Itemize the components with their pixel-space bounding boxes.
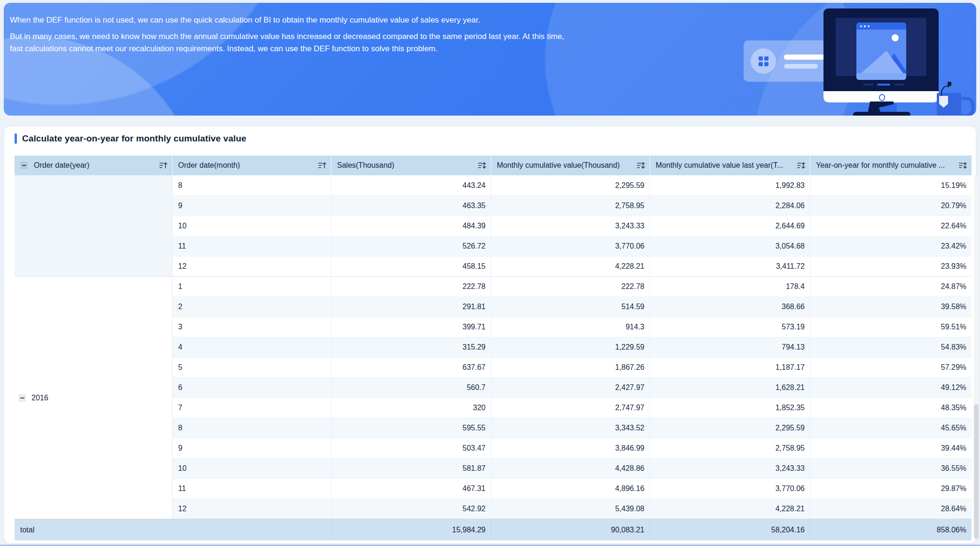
cell-last-year: 4,228.21	[650, 499, 810, 519]
sort-asc-icon[interactable]	[159, 162, 168, 169]
cell-cumulative: 4,428.86	[491, 459, 650, 478]
table-row: 10581.874,428.863,243.3336.55%	[172, 458, 972, 478]
cell-yoy: 23.42%	[810, 236, 972, 256]
cell-month: 11	[172, 479, 331, 499]
column-header-label: Sales(Thousand)	[337, 161, 475, 170]
teabag-graphic	[939, 96, 948, 108]
cell-sales: 484.39	[331, 216, 491, 236]
cell-cumulative: 4,896.16	[491, 479, 650, 499]
cell-cumulative: 4,228.21	[491, 257, 650, 276]
table-row: 11526.723,770.063,054.6823.42%	[172, 236, 972, 256]
webcam-icon	[879, 94, 885, 101]
cell-cumulative: 1,867.26	[491, 358, 650, 377]
cell-last-year: 3,054.68	[650, 236, 810, 256]
table-row: 10484.393,243.332,644.6922.64%	[172, 216, 972, 236]
cell-last-year: 178.4	[650, 277, 810, 296]
sort-both-icon[interactable]	[637, 162, 645, 169]
table-row: 2291.81514.59368.6639.58%	[172, 296, 972, 317]
sort-both-icon[interactable]	[959, 162, 967, 169]
cell-sales: 443.24	[331, 175, 491, 195]
collapse-all-button[interactable]	[20, 162, 28, 169]
table-body: 2016 8443.242,295.591,992.8315.19%9463.3…	[15, 175, 972, 519]
cell-cumulative: 3,846.99	[491, 438, 650, 458]
year-group-cell: 2016	[15, 276, 172, 519]
cell-month: 9	[172, 438, 331, 458]
cell-sales: 595.55	[331, 418, 491, 438]
table-row: 9463.352,758.952,284.0620.79%	[172, 195, 972, 216]
mountain-graphic	[856, 51, 906, 80]
cell-sales: 399.71	[331, 317, 491, 337]
cell-month: 10	[172, 459, 331, 478]
table-row: 11467.314,896.163,770.0629.87%	[172, 478, 972, 499]
table-header-row: Order date(year)Order date(month)Sales(T…	[15, 156, 972, 175]
data-table: Order date(year)Order date(month)Sales(T…	[15, 156, 972, 540]
cell-cumulative: 2,427.97	[491, 378, 650, 398]
cell-cumulative: 2,747.97	[491, 398, 650, 418]
table-row: 5637.671,867.261,187.1757.29%	[172, 357, 972, 377]
table-row: 12542.925,439.084,228.2128.64%	[172, 499, 972, 519]
year-label: 2016	[31, 394, 48, 402]
cell-cumulative: 514.59	[491, 297, 650, 317]
cell-last-year: 1,628.21	[650, 378, 810, 398]
cell-yoy: 28.64%	[810, 499, 972, 519]
cell-cumulative: 3,343.52	[491, 418, 650, 438]
cell-month: 4	[172, 337, 331, 357]
cell-last-year: 2,295.59	[650, 418, 810, 438]
cell-month: 8	[172, 418, 331, 438]
cell-month: 11	[172, 236, 331, 256]
total-sales: 15,984.29	[331, 519, 491, 540]
cell-sales: 222.78	[331, 277, 491, 296]
cell-month: 1	[172, 277, 331, 296]
cell-yoy: 59.51%	[810, 317, 972, 337]
cell-sales: 581.87	[331, 459, 491, 478]
cell-last-year: 1,187.17	[650, 358, 810, 377]
table-row: 73202,747.971,852.3548.35%	[172, 398, 972, 418]
column-header-4[interactable]: Monthly cumulative value(Thousand)	[491, 156, 650, 175]
vertical-scrollbar-thumb[interactable]	[974, 404, 979, 539]
cell-last-year: 1,992.83	[650, 175, 810, 195]
column-header-6[interactable]: Year-on-year for monthly cumulative ...	[810, 156, 972, 175]
column-header-3[interactable]: Sales(Thousand)	[331, 156, 491, 175]
cell-yoy: 15.19%	[810, 175, 972, 195]
cell-sales: 637.67	[331, 358, 491, 377]
cell-sales: 291.81	[331, 297, 491, 317]
banner-paragraph-2-line-2: fast calculations cannot meet our recalc…	[10, 43, 743, 55]
total-last-year: 58,204.16	[650, 519, 810, 540]
teabag-string-graphic	[938, 80, 954, 97]
cell-sales: 463.35	[331, 196, 491, 216]
text-bar-graphic	[784, 55, 828, 60]
banner-text: When the DEF function is not used, we ca…	[10, 14, 743, 55]
column-header-1[interactable]: Order date(year)	[15, 156, 172, 175]
column-header-label: Monthly cumulative value last year(T...	[656, 161, 794, 170]
mug-graphic	[937, 93, 961, 116]
cell-yoy: 29.87%	[810, 479, 972, 499]
cell-yoy: 54.83%	[810, 337, 972, 357]
monitor-wallpaper	[836, 18, 926, 76]
sort-both-icon[interactable]	[797, 162, 806, 169]
column-header-label: Order date(month)	[178, 161, 315, 170]
cell-yoy: 39.44%	[810, 438, 972, 458]
sort-asc-icon[interactable]	[318, 162, 327, 169]
cell-last-year: 2,644.69	[650, 216, 810, 236]
cell-sales: 467.31	[331, 479, 491, 499]
table-row: 1222.78222.78178.424.87%	[172, 276, 972, 296]
banner-paragraph-1: When the DEF function is not used, we ca…	[10, 14, 743, 26]
column-header-5[interactable]: Monthly cumulative value last year(T...	[650, 156, 810, 175]
collapse-year-button[interactable]	[18, 394, 26, 402]
column-header-label: Year-on-year for monthly cumulative ...	[816, 161, 956, 170]
grid-icon	[751, 48, 776, 74]
cell-yoy: 48.35%	[810, 398, 972, 418]
cell-yoy: 36.55%	[810, 459, 972, 478]
sort-both-icon[interactable]	[478, 162, 486, 169]
section-header: Calculate year-on-year for monthly cumul…	[15, 133, 246, 145]
column-header-2[interactable]: Order date(month)	[172, 156, 331, 175]
cell-cumulative: 3,770.06	[491, 236, 650, 256]
cell-month: 2	[172, 297, 331, 317]
cell-sales: 542.92	[331, 499, 491, 519]
cell-month: 5	[172, 358, 331, 377]
cell-last-year: 2,758.95	[650, 438, 810, 458]
text-bar-graphic	[784, 64, 818, 69]
monitor-graphic	[823, 8, 939, 102]
year-group-cell	[15, 175, 172, 276]
cell-cumulative: 914.3	[491, 317, 650, 337]
